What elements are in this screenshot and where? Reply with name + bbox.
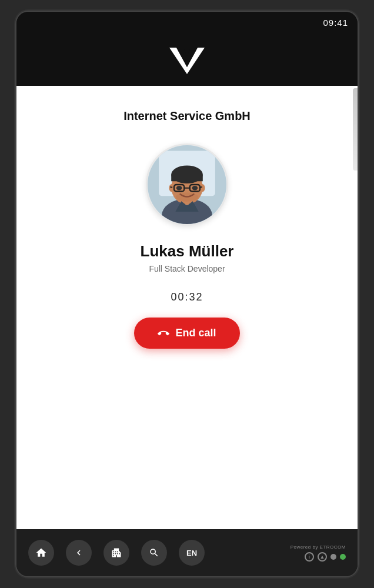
svg-point-17 xyxy=(192,186,198,191)
building-button[interactable] xyxy=(103,540,129,566)
avatar xyxy=(146,143,228,226)
back-button[interactable] xyxy=(66,540,92,566)
nav-status-area: Powered by ETROCOM i ▲ xyxy=(290,544,346,562)
svg-line-15 xyxy=(200,187,202,188)
search-button[interactable] xyxy=(141,540,167,566)
v-logo-icon xyxy=(169,45,205,74)
scroll-indicator xyxy=(353,88,358,171)
call-duration: 00:32 xyxy=(171,291,203,303)
back-arrow-icon xyxy=(74,547,84,558)
language-label: EN xyxy=(186,549,197,557)
home-button[interactable] xyxy=(28,540,54,566)
device-frame: 09:41 Internet Service GmbH xyxy=(16,12,358,576)
caller-title: Full Stack Developer xyxy=(149,264,225,273)
home-icon xyxy=(35,547,47,559)
info-dot: i xyxy=(305,552,314,562)
svg-rect-8 xyxy=(171,175,203,181)
status-dots: i ▲ xyxy=(305,552,346,562)
status-time: 09:41 xyxy=(323,18,348,28)
bottom-nav: EN Powered by ETROCOM i ▲ xyxy=(16,529,358,576)
language-button[interactable]: EN xyxy=(179,540,205,566)
building-icon xyxy=(111,547,122,559)
svg-point-18 xyxy=(176,192,198,201)
phone-hangup-icon xyxy=(158,328,169,339)
company-name: Internet Service GmbH xyxy=(123,109,251,123)
update-dot: ▲ xyxy=(318,552,327,562)
search-icon xyxy=(149,547,159,558)
caller-name: Lukas Müller xyxy=(141,242,234,260)
svg-point-16 xyxy=(176,186,182,191)
app-logo xyxy=(169,45,205,74)
svg-line-14 xyxy=(170,187,172,188)
main-content: Internet Service GmbH xyxy=(16,86,358,529)
status-bar: 09:41 xyxy=(16,12,358,33)
status-dot-gray xyxy=(330,554,336,560)
nav-buttons-group: EN xyxy=(28,540,205,566)
end-call-label: End call xyxy=(175,327,216,339)
status-dot-green xyxy=(340,554,346,560)
app-header xyxy=(16,33,358,86)
powered-by-label: Powered by ETROCOM xyxy=(290,544,346,550)
end-call-button[interactable]: End call xyxy=(134,318,239,349)
avatar-image xyxy=(148,145,226,224)
